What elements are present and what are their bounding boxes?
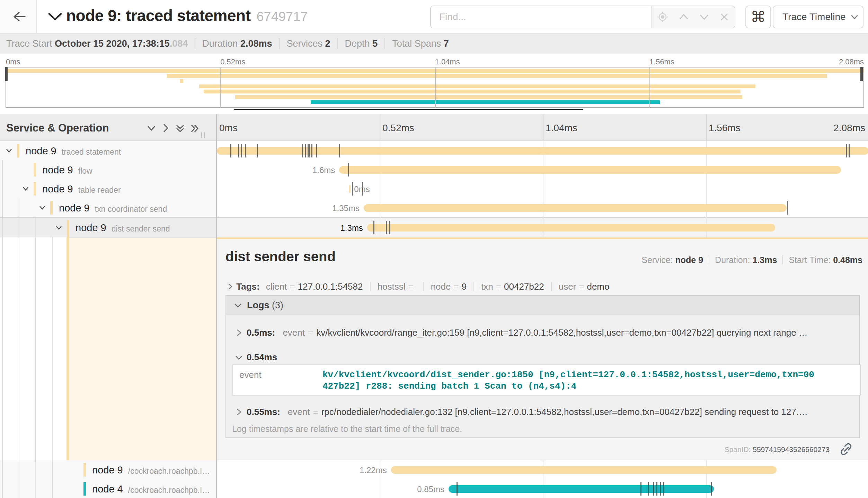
- expand-one-icon[interactable]: [161, 124, 170, 133]
- services: Services 2: [286, 38, 330, 49]
- span-log-tick: [653, 482, 654, 496]
- timeline-header-gridline: [380, 114, 380, 141]
- span-timeline-cell[interactable]: [216, 141, 868, 160]
- span-timeline-cell[interactable]: 1.3ms: [216, 217, 868, 237]
- prev-result-icon[interactable]: [679, 12, 689, 22]
- next-result-icon[interactable]: [699, 12, 709, 22]
- span-service-name: node 9: [76, 222, 106, 234]
- span-detail-panel: dist sender send Service: node 9Duration…: [216, 237, 868, 460]
- span-detail-title: dist sender send: [225, 249, 336, 264]
- span-duration-bar[interactable]: [364, 204, 787, 212]
- span-timeline-cell[interactable]: 1.22ms: [216, 460, 868, 479]
- clear-search-icon[interactable]: [719, 12, 729, 22]
- span-duration-bar[interactable]: [217, 147, 868, 155]
- minimap-right-scrubber[interactable]: [860, 67, 863, 81]
- span-row: node 4/cockroach.roachpb.I…0.85ms: [0, 479, 868, 498]
- minimap-span-bar: [235, 95, 742, 99]
- indent-guide: [35, 218, 36, 237]
- duration: Duration 2.08ms: [202, 38, 272, 49]
- collapse-trace-chevron-icon[interactable]: [48, 13, 62, 21]
- indent-guide: [2, 198, 3, 217]
- timeline-axis-label: 2.08ms: [833, 123, 865, 134]
- span-service-name: node 9: [42, 164, 73, 176]
- find-input[interactable]: [431, 6, 651, 28]
- span-logs-accordion: Logs (3) 0.5ms:event=kv/kvclient/kvcoord…: [225, 295, 860, 438]
- span-tag: hostssl=: [378, 281, 416, 292]
- minimap-axis-label: 1.56ms: [649, 57, 674, 66]
- span-log-tick: [348, 163, 349, 176]
- span-duration-bar[interactable]: [339, 166, 841, 174]
- minimap-axis-label: 2.08ms: [839, 57, 864, 66]
- timeline-gridline: [380, 141, 380, 237]
- span-name-cell[interactable]: node 9traced statement: [0, 141, 216, 160]
- horizontal-scrollbar[interactable]: [234, 109, 583, 110]
- timeline-gridline: [706, 141, 707, 237]
- indent-guide: [19, 218, 19, 237]
- span-name-cell[interactable]: node 9flow: [0, 160, 216, 179]
- span-operation-name: table reader: [78, 185, 121, 195]
- span-name-cell[interactable]: node 9/cockroach.roachpb.I…: [0, 460, 216, 479]
- back-button[interactable]: [0, 0, 37, 33]
- span-collapse-chevron-icon[interactable]: [5, 146, 14, 155]
- deep-link-icon[interactable]: [838, 442, 854, 458]
- log-field-key: event: [239, 369, 262, 381]
- log-field-value: kv/kvclient/kvcoord/dist_sender.go:1850 …: [322, 369, 816, 392]
- span-log-tick: [309, 144, 310, 157]
- collapse-one-icon[interactable]: [147, 124, 156, 133]
- column-resize-grip[interactable]: [201, 132, 206, 139]
- trace-view-dropdown[interactable]: Trace Timeline: [773, 6, 863, 28]
- span-log-tick: [846, 144, 847, 157]
- log-row[interactable]: 0.55ms:event=rpc/nodedialer/nodedialer.g…: [235, 407, 856, 417]
- span-log-tick: [308, 144, 309, 157]
- log-row[interactable]: 0.5ms:event=kv/kvclient/kvcoord/range_it…: [235, 327, 856, 338]
- span-id-row: SpanID: 5597415943526560273: [725, 442, 854, 458]
- minimap-span-bar: [204, 90, 740, 93]
- span-color-indicator: [67, 220, 69, 237]
- expand-all-icon[interactable]: [190, 124, 200, 133]
- logs-count: (3): [272, 300, 283, 310]
- indent-guide: [52, 479, 53, 498]
- span-tag: client=127.0.0.1:54582: [266, 281, 363, 292]
- span-name-cell[interactable]: node 9dist sender send: [0, 217, 216, 237]
- indent-guide: [35, 479, 36, 498]
- span-duration-bar[interactable]: [449, 485, 714, 493]
- span-timeline-cell[interactable]: 0.85ms: [216, 479, 868, 498]
- span-timeline-cell[interactable]: 1.35ms: [216, 198, 868, 217]
- service-operation-header: Service & Operation: [6, 122, 109, 134]
- column-divider[interactable]: [216, 114, 217, 498]
- span-collapse-chevron-icon[interactable]: [21, 184, 30, 193]
- span-collapse-chevron-icon[interactable]: [38, 203, 47, 212]
- collapse-all-icon[interactable]: [175, 124, 185, 133]
- span-tags-row[interactable]: Tags:client=127.0.0.1:54582hostssl=node=…: [226, 281, 610, 292]
- span-operation-name: /cockroach.roachpb.I…: [128, 467, 210, 476]
- span-duration-bar[interactable]: [367, 224, 775, 232]
- span-timeline-cell[interactable]: 0ms: [216, 179, 868, 198]
- logs-header[interactable]: Logs (3): [226, 296, 859, 315]
- span-tag: user=demo: [559, 281, 610, 292]
- trace-view-label: Trace Timeline: [782, 11, 846, 22]
- timeline-header-row: Service & Operation 0ms0.52ms1.04ms1.56m…: [0, 114, 868, 141]
- minimap-left-scrubber[interactable]: [5, 67, 8, 81]
- span-operation-name: /cockroach.roachpb.I…: [128, 486, 210, 495]
- span-detail-indent: [0, 237, 216, 460]
- span-tag: node=9: [431, 281, 467, 292]
- span-detail-tint: [69, 237, 216, 460]
- span-duration-bar[interactable]: [349, 185, 351, 193]
- span-duration-label: 1.6ms: [312, 165, 335, 175]
- span-duration-label: 1.3ms: [340, 223, 363, 233]
- locate-match-icon[interactable]: [657, 11, 668, 23]
- span-name-cell[interactable]: node 9txn coordinator send: [0, 198, 216, 217]
- keyboard-shortcuts-button[interactable]: ⌘: [745, 6, 771, 28]
- span-operation-name: dist sender send: [112, 224, 170, 234]
- trace-minimap[interactable]: 0ms0.52ms1.04ms1.56ms2.08ms: [0, 54, 868, 114]
- span-log-tick: [302, 144, 303, 157]
- span-name-cell[interactable]: node 4/cockroach.roachpb.I…: [0, 479, 216, 498]
- chevron-down-icon: [851, 15, 858, 20]
- log-row-expanded[interactable]: 0.54ms: [235, 352, 856, 363]
- span-color-indicator: [17, 144, 19, 157]
- span-collapse-chevron-icon[interactable]: [54, 223, 63, 232]
- timeline-axis-label: 1.04ms: [546, 123, 577, 134]
- span-timeline-cell[interactable]: 1.6ms: [216, 160, 868, 179]
- span-name-cell[interactable]: node 9table reader: [0, 179, 216, 198]
- span-duration-bar[interactable]: [391, 466, 777, 474]
